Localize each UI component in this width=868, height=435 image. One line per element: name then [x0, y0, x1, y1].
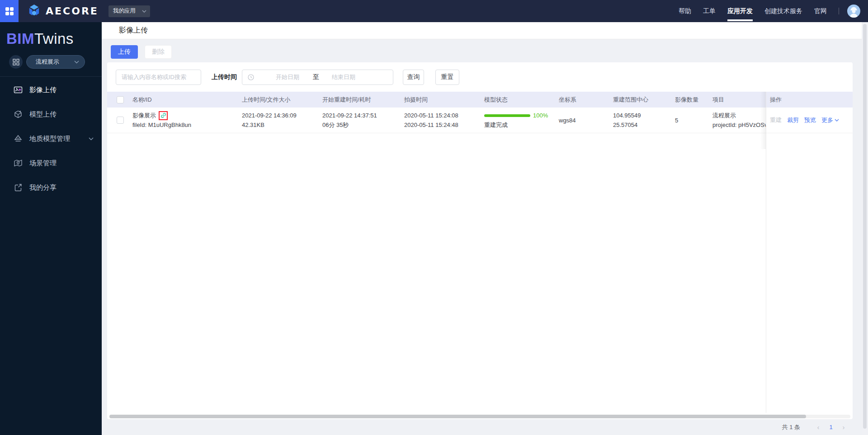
brand-name: AECORE [46, 5, 99, 17]
search-input[interactable] [116, 70, 201, 85]
current-page[interactable]: 1 [825, 424, 837, 430]
date-range-to-label: 至 [313, 73, 319, 81]
upload-button[interactable]: 上传 [111, 45, 138, 59]
progress-bar [484, 114, 530, 117]
sidebar-item-label: 模型上传 [29, 110, 94, 119]
prev-page-icon[interactable]: ‹ [812, 423, 825, 431]
app-grid-icon [5, 7, 14, 15]
row-rebuild-start: 2021-09-22 14:37:51 [322, 111, 404, 120]
chevron-down-icon [89, 137, 94, 140]
logo-twins: Twins [34, 30, 74, 47]
bimtwins-logo: BIMTwins [0, 22, 102, 47]
sidebar-item-label: 地质模型管理 [29, 135, 89, 143]
cell-rebuild-time: 2021-09-22 14:37:51 06分 35秒 [322, 108, 404, 133]
reset-button[interactable]: 重置 [435, 70, 459, 85]
app-grid-button[interactable] [0, 0, 19, 22]
nav-workorder[interactable]: 工单 [703, 0, 716, 22]
row-shoot-time-2: 2020-05-11 15:24:48 [404, 120, 484, 130]
chevron-down-icon [142, 10, 146, 13]
pagination-total: 共 1 条 [782, 423, 800, 431]
sidebar-menu: 影像上传 模型上传 地质模型管理 [0, 78, 102, 200]
row-status: 重建完成 [484, 121, 559, 130]
horizontal-scrollbar-thumb[interactable] [109, 415, 806, 418]
page-header: 影像上传 [102, 22, 868, 39]
workspace-select-value: 流程展示 [36, 58, 74, 66]
upload-time-label: 上传时间 [212, 73, 237, 81]
workspace-grid-button[interactable] [9, 55, 23, 69]
date-range-picker[interactable]: 开始日期 至 结束日期 [242, 70, 393, 85]
op-preview[interactable]: 预览 [804, 116, 816, 124]
fixed-column-divider [766, 92, 766, 413]
delete-button[interactable]: 删除 [145, 45, 172, 59]
aecore-logo-icon [27, 4, 42, 19]
col-operations: 操作 [766, 96, 853, 104]
sidebar-item-scene-manage[interactable]: 场景管理 [0, 151, 102, 175]
op-crop[interactable]: 裁剪 [787, 116, 799, 124]
worker-avatar-icon [847, 5, 860, 18]
start-date-placeholder[interactable]: 开始日期 [276, 73, 299, 81]
cell-operations: 重建 裁剪 预览 更多 [766, 108, 853, 133]
sidebar-item-image-upload[interactable]: 影像上传 [0, 78, 102, 102]
workspace-select[interactable]: 流程展示 [26, 55, 85, 69]
fixed-column-shadow [760, 92, 766, 149]
cell-name-id: 影像展示 fileId: M1uURgBhk8un [132, 108, 242, 133]
vertical-scrollbar-thumb[interactable] [863, 24, 867, 429]
sidebar-item-geology-model[interactable]: 地质模型管理 [0, 126, 102, 151]
next-page-icon[interactable]: › [837, 423, 850, 431]
logo-bim: BIM [6, 30, 34, 47]
col-project: 项目 [712, 96, 766, 104]
nav-help[interactable]: 帮助 [679, 0, 691, 22]
row-project-name: 流程展示 [712, 111, 766, 120]
query-button[interactable]: 查询 [403, 70, 424, 85]
vertical-scrollbar[interactable] [862, 22, 868, 435]
topbar-divider [839, 8, 839, 14]
cell-project: 流程展示 projectId: pH5VzOSv [712, 108, 766, 133]
user-avatar[interactable] [847, 5, 860, 18]
sidebar-divider [0, 76, 102, 77]
row-file-size: 42.31KB [242, 120, 322, 130]
brand-logo: AECORE [27, 4, 99, 19]
app-select-dropdown[interactable]: 我的应用 [108, 5, 150, 17]
sidebar-item-model-upload[interactable]: 模型上传 [0, 102, 102, 126]
op-rebuild[interactable]: 重建 [770, 116, 782, 124]
my-share-icon [14, 183, 23, 192]
col-rebuild-center: 重建范围中心 [613, 96, 675, 104]
nav-official-site[interactable]: 官网 [814, 0, 827, 22]
nav-create-tech-service[interactable]: 创建技术服务 [764, 0, 802, 22]
progress-percent: 100% [533, 112, 548, 119]
col-crs: 坐标系 [559, 96, 613, 104]
row-crs: wgs84 [559, 117, 576, 124]
horizontal-scrollbar[interactable] [109, 415, 850, 418]
sidebar-item-my-share[interactable]: 我的分享 [0, 175, 102, 200]
content-card: 上传时间 开始日期 至 结束日期 查询 重置 名称/ID 上传时间/文件大小 开… [107, 62, 853, 419]
row-duration: 06分 35秒 [322, 120, 404, 130]
geology-model-icon [14, 134, 23, 143]
topbar: AECORE 我的应用 帮助 工单 应用开发 创建技术服务 官网 [0, 0, 868, 22]
sidebar-item-label: 我的分享 [29, 183, 94, 192]
topbar-right: 帮助 工单 应用开发 创建技术服务 官网 [679, 0, 860, 22]
grid-icon [13, 59, 19, 65]
row-upload-time: 2021-09-22 14:36:09 [242, 111, 322, 120]
cell-crs: wgs84 [559, 108, 613, 133]
row-project-id: projectId: pH5VzOSv [712, 120, 766, 130]
op-more[interactable]: 更多 [821, 116, 839, 124]
main-content: 影像上传 上传 删除 上传时间 开始日期 至 结束日期 查询 重置 名称 [102, 22, 868, 435]
col-upload-time: 上传时间/文件大小 [242, 96, 322, 104]
row-shoot-time-1: 2020-05-11 15:24:08 [404, 111, 484, 120]
model-upload-icon [14, 110, 23, 119]
workspace-switcher: 流程展示 [9, 55, 102, 69]
cell-shoot-time: 2020-05-11 15:24:08 2020-05-11 15:24:48 [404, 108, 484, 133]
col-image-count: 影像数量 [675, 96, 712, 104]
end-date-placeholder[interactable]: 结束日期 [332, 73, 355, 81]
sidebar: BIMTwins 流程展示 影像上传 [0, 22, 102, 435]
nav-app-dev[interactable]: 应用开发 [727, 0, 753, 22]
table-row: 影像展示 fileId: M1uURgBhk8un 2021-09-22 14:… [107, 108, 853, 133]
link-icon[interactable] [160, 112, 166, 118]
select-all-checkbox[interactable] [117, 96, 124, 103]
row-file-id: fileId: M1uURgBhk8un [132, 120, 242, 130]
row-checkbox[interactable] [117, 117, 124, 124]
chevron-down-icon [835, 119, 839, 122]
cell-image-count: 5 [675, 108, 712, 133]
pagination: 共 1 条 ‹ 1 › [102, 419, 868, 435]
cell-upload-time: 2021-09-22 14:36:09 42.31KB [242, 108, 322, 133]
